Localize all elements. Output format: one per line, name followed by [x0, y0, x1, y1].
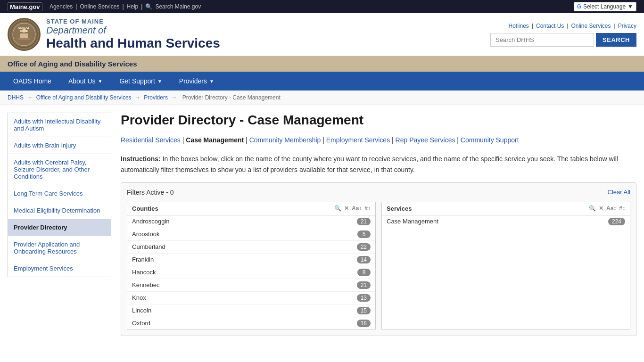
county-name: Hancock [132, 269, 156, 276]
nav-providers-label: Providers [179, 77, 207, 85]
nav-support-label: Get Support [119, 77, 155, 85]
services-sort-num-icon[interactable]: #↕ [619, 205, 625, 212]
hotlines-link[interactable]: Hotlines [509, 23, 529, 29]
nav-about-us[interactable]: About Us ▼ [60, 72, 111, 90]
sidebar-item-employment-services[interactable]: Employment Services [8, 260, 111, 277]
services-list: Case Management224 [382, 215, 630, 228]
county-name: Kennebec [132, 281, 160, 288]
header-right: Hotlines | Contact Us | Online Services … [490, 23, 636, 47]
counties-close-icon[interactable]: ✕ [344, 205, 349, 212]
contact-link[interactable]: Contact Us [536, 23, 564, 29]
top-bar-separator [45, 3, 47, 10]
search-maine-link[interactable]: Search Maine.gov [155, 3, 201, 10]
county-badge: 13 [357, 294, 371, 302]
counties-list: Androscoggin21Aroostook5Cumberland22Fran… [127, 215, 375, 329]
service-link-rep-payee[interactable]: Rep Payee Services [396, 136, 455, 144]
counties-search-icon[interactable]: 🔍 [334, 205, 341, 212]
services-sort-alpha-icon[interactable]: Aa↕ [606, 205, 616, 212]
nav-about-label: About Us [68, 77, 96, 85]
nav-oads-label: OADS Home [13, 77, 51, 85]
sidebar-item-long-term-care[interactable]: Long Term Care Services [8, 185, 111, 202]
search-button[interactable]: SEARCH [596, 33, 636, 47]
sidebar-item-medical-eligibility[interactable]: Medical Eligibility Determination [8, 202, 111, 219]
breadcrumb-sep2: → [135, 94, 142, 101]
online-services-link[interactable]: Online Services [80, 3, 119, 10]
service-link-case-management[interactable]: Case Management [186, 136, 244, 144]
breadcrumb-oads[interactable]: Office of Aging and Disability Services [36, 94, 132, 101]
nav-providers[interactable]: Providers ▼ [171, 72, 223, 90]
county-row[interactable]: Kennebec21 [127, 279, 375, 292]
sidebar-item-cerebral-palsy[interactable]: Adults with Cerebral Palsy, Seizure Diso… [8, 154, 111, 185]
county-badge: 8 [357, 269, 371, 276]
instructions-text: In the boxes below, click on the name of… [121, 155, 618, 173]
county-name: Cumberland [132, 243, 165, 250]
about-arrow-icon: ▼ [98, 79, 103, 84]
service-link-residential[interactable]: Residential Services [121, 136, 181, 144]
site-logo: STATE OF MAINE STATE OF MAINE Department… [8, 18, 220, 51]
sidebar-item-provider-directory[interactable]: Provider Directory [8, 219, 111, 236]
county-name: Knox [132, 294, 146, 301]
google-translate-widget[interactable]: G Select Language ▼ [574, 2, 636, 11]
nav-get-support[interactable]: Get Support ▼ [111, 72, 170, 90]
online-services-header-link[interactable]: Online Services [571, 23, 611, 29]
services-search-icon[interactable]: 🔍 [589, 205, 596, 212]
top-bar-right: G Select Language ▼ [574, 2, 636, 11]
breadcrumb-dhhs[interactable]: DHHS [8, 94, 24, 101]
service-link-community-support[interactable]: Community Support [461, 136, 519, 144]
maine-seal: STATE OF MAINE [8, 18, 41, 51]
service-links: Residential Services | Case Management |… [121, 134, 636, 146]
breadcrumb-providers[interactable]: Providers [144, 94, 168, 101]
county-row[interactable]: Androscoggin21 [127, 215, 375, 228]
filter-header: Filters Active - 0 Clear All [127, 189, 630, 196]
county-name: Franklin [132, 256, 154, 263]
svg-rect-5 [18, 38, 30, 40]
search-icon: 🔍 [145, 3, 152, 10]
help-link[interactable]: Help [127, 3, 139, 10]
providers-arrow-icon: ▼ [209, 79, 214, 84]
sidebar-item-intellectual-disability[interactable]: Adults with Intellectual Disability and … [8, 113, 111, 137]
service-link-community-membership[interactable]: Community Membership [249, 136, 321, 144]
site-header: STATE OF MAINE STATE OF MAINE Department… [0, 13, 644, 56]
top-bar: Maine.gov Agencies | Online Services | H… [0, 0, 644, 13]
header-links: Hotlines | Contact Us | Online Services … [509, 23, 636, 29]
instructions: Instructions: In the boxes below, click … [121, 154, 636, 175]
service-row[interactable]: Case Management224 [382, 215, 630, 228]
services-close-icon[interactable]: ✕ [599, 205, 603, 212]
sidebar-item-provider-application[interactable]: Provider Application and Onboarding Reso… [8, 236, 111, 260]
county-row[interactable]: Lincoln15 [127, 304, 375, 317]
county-row[interactable]: Hancock8 [127, 266, 375, 279]
county-badge: 22 [357, 243, 371, 251]
breadcrumb-current: Provider Directory - Case Management [182, 94, 281, 101]
county-badge: 5 [357, 230, 371, 238]
county-badge: 21 [357, 218, 371, 225]
service-link-employment[interactable]: Employment Services [326, 136, 390, 144]
state-name: STATE OF MAINE [46, 18, 220, 25]
privacy-link[interactable]: Privacy [618, 23, 636, 29]
main-nav: OADS Home About Us ▼ Get Support ▼ Provi… [0, 72, 644, 90]
county-row[interactable]: Franklin14 [127, 254, 375, 266]
translate-label[interactable]: Select Language [583, 3, 626, 10]
svg-point-6 [22, 29, 26, 33]
page-content: Adults with Intellectual Disability and … [0, 105, 644, 344]
maine-gov-logo[interactable]: Maine.gov [8, 2, 42, 11]
county-row[interactable]: Oxford18 [127, 317, 375, 329]
instructions-label: Instructions: [121, 155, 161, 163]
top-bar-left: Maine.gov Agencies | Online Services | H… [8, 2, 201, 11]
search-input[interactable] [490, 33, 594, 47]
breadcrumb-sep3: → [171, 94, 178, 101]
breadcrumb-sep1: → [27, 94, 34, 101]
nav-oads-home[interactable]: OADS Home [5, 72, 60, 90]
agencies-link[interactable]: Agencies [50, 3, 73, 10]
google-icon: G [577, 3, 581, 10]
counties-header: Counties 🔍 ✕ Aa↕ #↕ [127, 202, 375, 215]
county-badge: 18 [357, 320, 371, 327]
clear-all-button[interactable]: Clear All [608, 189, 630, 196]
sidebar: Adults with Intellectual Disability and … [8, 113, 111, 336]
counties-sort-alpha-icon[interactable]: Aa↕ [352, 205, 362, 212]
translate-arrow: ▼ [627, 3, 633, 10]
counties-sort-num-icon[interactable]: #↕ [364, 205, 371, 212]
sidebar-item-brain-injury[interactable]: Adults with Brain Injury [8, 137, 111, 154]
county-row[interactable]: Knox13 [127, 292, 375, 304]
county-row[interactable]: Aroostook5 [127, 228, 375, 241]
county-row[interactable]: Cumberland22 [127, 241, 375, 254]
